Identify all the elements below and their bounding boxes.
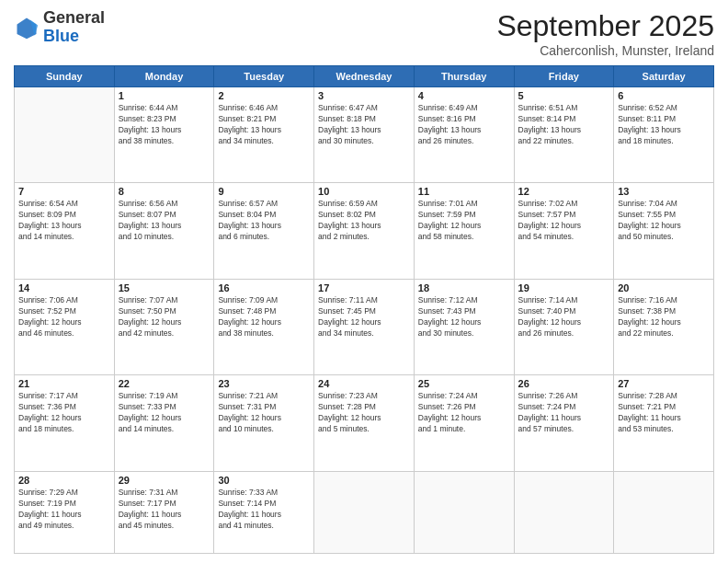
calendar-cell: 18Sunrise: 7:12 AMSunset: 7:43 PMDayligh… [414, 279, 514, 374]
day-number: 7 [18, 186, 110, 197]
calendar-week-1: 1Sunrise: 6:44 AMSunset: 8:23 PMDaylight… [15, 87, 714, 183]
cell-info: Sunrise: 7:29 AMSunset: 7:19 PMDaylight:… [18, 488, 110, 532]
day-number: 9 [218, 186, 310, 197]
calendar-cell: 23Sunrise: 7:21 AMSunset: 7:31 PMDayligh… [214, 375, 314, 471]
calendar-week-2: 7Sunrise: 6:54 AMSunset: 8:09 PMDaylight… [15, 183, 714, 279]
day-number: 11 [418, 186, 510, 197]
day-number: 27 [618, 378, 710, 389]
calendar-cell: 14Sunrise: 7:06 AMSunset: 7:52 PMDayligh… [15, 279, 115, 374]
calendar-cell: 8Sunrise: 6:56 AMSunset: 8:07 PMDaylight… [114, 183, 214, 279]
cell-info: Sunrise: 7:14 AMSunset: 7:40 PMDaylight:… [518, 295, 610, 339]
calendar-cell: 11Sunrise: 7:01 AMSunset: 7:59 PMDayligh… [414, 183, 514, 279]
calendar-cell [414, 471, 514, 553]
calendar-cell: 15Sunrise: 7:07 AMSunset: 7:50 PMDayligh… [114, 279, 214, 374]
day-number: 3 [318, 90, 410, 101]
calendar-cell: 24Sunrise: 7:23 AMSunset: 7:28 PMDayligh… [314, 375, 415, 471]
day-number: 26 [518, 378, 610, 389]
day-number: 4 [418, 90, 510, 101]
day-header-monday: Monday [114, 66, 214, 87]
cell-info: Sunrise: 6:47 AMSunset: 8:18 PMDaylight:… [318, 103, 410, 147]
cell-info: Sunrise: 6:54 AMSunset: 8:09 PMDaylight:… [18, 199, 110, 243]
cell-info: Sunrise: 6:56 AMSunset: 8:07 PMDaylight:… [119, 199, 210, 243]
calendar-cell: 20Sunrise: 7:16 AMSunset: 7:38 PMDayligh… [614, 279, 714, 374]
page: General Blue September 2025 Caherconlish… [0, 0, 728, 563]
calendar-table: SundayMondayTuesdayWednesdayThursdayFrid… [14, 65, 714, 554]
day-header-tuesday: Tuesday [214, 66, 314, 87]
calendar-cell: 26Sunrise: 7:26 AMSunset: 7:24 PMDayligh… [514, 375, 614, 471]
day-number: 21 [18, 378, 110, 389]
logo-blue-text: Blue [43, 27, 79, 45]
cell-info: Sunrise: 7:19 AMSunset: 7:33 PMDaylight:… [119, 391, 210, 435]
cell-info: Sunrise: 7:02 AMSunset: 7:57 PMDaylight:… [518, 199, 610, 243]
cell-info: Sunrise: 7:33 AMSunset: 7:14 PMDaylight:… [218, 488, 310, 532]
cell-info: Sunrise: 7:04 AMSunset: 7:55 PMDaylight:… [618, 199, 710, 243]
calendar-cell: 4Sunrise: 6:49 AMSunset: 8:16 PMDaylight… [414, 87, 514, 183]
cell-info: Sunrise: 7:09 AMSunset: 7:48 PMDaylight:… [218, 295, 310, 339]
calendar-cell: 16Sunrise: 7:09 AMSunset: 7:48 PMDayligh… [214, 279, 314, 374]
cell-info: Sunrise: 7:16 AMSunset: 7:38 PMDaylight:… [618, 295, 710, 339]
calendar-cell: 28Sunrise: 7:29 AMSunset: 7:19 PMDayligh… [15, 471, 115, 553]
day-number: 30 [218, 475, 310, 486]
day-number: 12 [518, 186, 610, 197]
subtitle: Caherconlish, Munster, Ireland [496, 43, 714, 58]
cell-info: Sunrise: 7:17 AMSunset: 7:36 PMDaylight:… [18, 391, 110, 435]
cell-info: Sunrise: 7:06 AMSunset: 7:52 PMDaylight:… [18, 295, 110, 339]
logo-general-text: General [43, 8, 105, 27]
cell-info: Sunrise: 6:46 AMSunset: 8:21 PMDaylight:… [218, 103, 310, 147]
day-number: 14 [18, 282, 110, 293]
day-number: 2 [218, 90, 310, 101]
cell-info: Sunrise: 7:07 AMSunset: 7:50 PMDaylight:… [119, 295, 210, 339]
calendar-cell: 22Sunrise: 7:19 AMSunset: 7:33 PMDayligh… [114, 375, 214, 471]
calendar-cell: 29Sunrise: 7:31 AMSunset: 7:17 PMDayligh… [114, 471, 214, 553]
header: General Blue September 2025 Caherconlish… [14, 9, 714, 58]
calendar-cell [514, 471, 614, 553]
calendar-cell [614, 471, 714, 553]
calendar-cell: 7Sunrise: 6:54 AMSunset: 8:09 PMDaylight… [15, 183, 115, 279]
calendar-cell: 19Sunrise: 7:14 AMSunset: 7:40 PMDayligh… [514, 279, 614, 374]
cell-info: Sunrise: 7:01 AMSunset: 7:59 PMDaylight:… [418, 199, 510, 243]
day-number: 22 [119, 378, 210, 389]
calendar-cell [15, 87, 115, 183]
day-header-thursday: Thursday [414, 66, 514, 87]
day-header-friday: Friday [514, 66, 614, 87]
cell-info: Sunrise: 7:24 AMSunset: 7:26 PMDaylight:… [418, 391, 510, 435]
calendar-cell: 1Sunrise: 6:44 AMSunset: 8:23 PMDaylight… [114, 87, 214, 183]
day-number: 29 [119, 475, 210, 486]
calendar-cell: 17Sunrise: 7:11 AMSunset: 7:45 PMDayligh… [314, 279, 415, 374]
day-number: 19 [518, 282, 610, 293]
calendar-cell [314, 471, 415, 553]
cell-info: Sunrise: 7:12 AMSunset: 7:43 PMDaylight:… [418, 295, 510, 339]
day-number: 16 [218, 282, 310, 293]
cell-info: Sunrise: 6:57 AMSunset: 8:04 PMDaylight:… [218, 199, 310, 243]
calendar-cell: 21Sunrise: 7:17 AMSunset: 7:36 PMDayligh… [15, 375, 115, 471]
calendar-cell: 2Sunrise: 6:46 AMSunset: 8:21 PMDaylight… [214, 87, 314, 183]
day-number: 18 [418, 282, 510, 293]
calendar-cell: 9Sunrise: 6:57 AMSunset: 8:04 PMDaylight… [214, 183, 314, 279]
day-number: 1 [119, 90, 210, 101]
day-header-wednesday: Wednesday [314, 66, 415, 87]
cell-info: Sunrise: 6:51 AMSunset: 8:14 PMDaylight:… [518, 103, 610, 147]
cell-info: Sunrise: 6:59 AMSunset: 8:02 PMDaylight:… [318, 199, 410, 243]
calendar-week-5: 28Sunrise: 7:29 AMSunset: 7:19 PMDayligh… [15, 471, 714, 553]
cell-info: Sunrise: 6:44 AMSunset: 8:23 PMDaylight:… [119, 103, 210, 147]
day-number: 8 [119, 186, 210, 197]
day-number: 13 [618, 186, 710, 197]
day-header-sunday: Sunday [15, 66, 115, 87]
calendar-cell: 6Sunrise: 6:52 AMSunset: 8:11 PMDaylight… [614, 87, 714, 183]
cell-info: Sunrise: 7:31 AMSunset: 7:17 PMDaylight:… [119, 488, 210, 532]
day-number: 23 [218, 378, 310, 389]
calendar-cell: 25Sunrise: 7:24 AMSunset: 7:26 PMDayligh… [414, 375, 514, 471]
day-number: 15 [119, 282, 210, 293]
day-number: 20 [618, 282, 710, 293]
logo-icon [14, 15, 40, 40]
calendar-cell: 30Sunrise: 7:33 AMSunset: 7:14 PMDayligh… [214, 471, 314, 553]
day-number: 17 [318, 282, 410, 293]
calendar-week-4: 21Sunrise: 7:17 AMSunset: 7:36 PMDayligh… [15, 375, 714, 471]
day-number: 25 [418, 378, 510, 389]
calendar-cell: 27Sunrise: 7:28 AMSunset: 7:21 PMDayligh… [614, 375, 714, 471]
calendar-cell: 13Sunrise: 7:04 AMSunset: 7:55 PMDayligh… [614, 183, 714, 279]
days-header-row: SundayMondayTuesdayWednesdayThursdayFrid… [15, 66, 714, 87]
day-number: 10 [318, 186, 410, 197]
cell-info: Sunrise: 7:23 AMSunset: 7:28 PMDaylight:… [318, 391, 410, 435]
title-block: September 2025 Caherconlish, Munster, Ir… [496, 9, 714, 58]
